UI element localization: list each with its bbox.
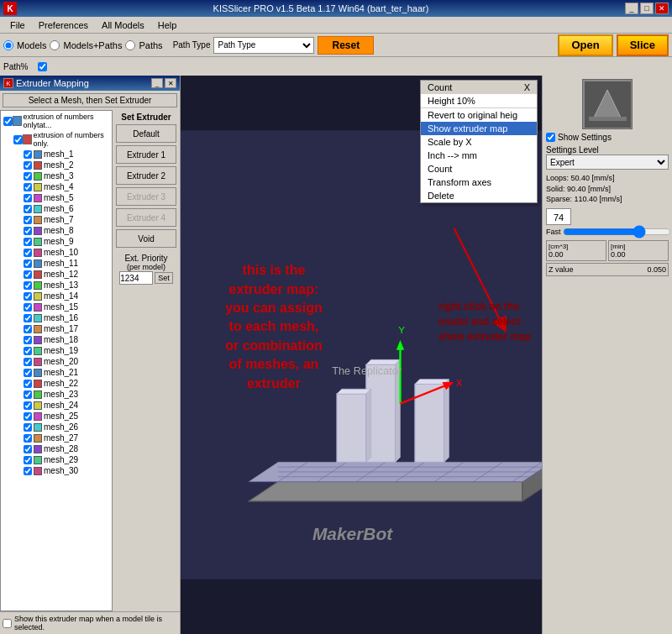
mesh-item-23[interactable]: mesh_23 — [22, 389, 111, 400]
mesh-check-19[interactable] — [24, 347, 32, 355]
select-mesh-button[interactable]: Select a Mesh, then Set Extruder — [3, 93, 177, 107]
mesh-check-4[interactable] — [24, 183, 32, 191]
ctx-inch-mm[interactable]: Inch --> mm — [421, 149, 537, 162]
mesh-item-13[interactable]: mesh_13 — [22, 280, 111, 291]
mesh-item-27[interactable]: mesh_27 — [22, 432, 111, 443]
show-ext-map-check[interactable] — [3, 619, 12, 628]
default-ext-btn[interactable]: Default — [116, 124, 176, 143]
maximize-button[interactable]: □ — [640, 3, 654, 14]
show-settings-check[interactable] — [546, 133, 555, 142]
mesh-check-25[interactable] — [24, 412, 32, 421]
menu-all-models[interactable]: All Models — [95, 18, 151, 32]
mesh-item-2[interactable]: mesh_2 — [22, 160, 111, 170]
settings-level-select[interactable]: Expert Normal — [546, 155, 669, 170]
mesh-item-17[interactable]: mesh_17 — [22, 323, 111, 334]
path-type-select[interactable]: Path Type — [213, 37, 314, 54]
models-radio[interactable] — [3, 40, 13, 50]
mesh-check-26[interactable] — [24, 423, 32, 432]
mesh-list[interactable]: extrusion of numbers onlytat... extrusio… — [0, 110, 113, 611]
mesh-check-12[interactable] — [24, 270, 32, 279]
speed-slider[interactable] — [563, 227, 671, 237]
priority-input[interactable] — [119, 271, 153, 285]
mesh-check-13[interactable] — [24, 281, 32, 290]
mesh-check-3[interactable] — [24, 172, 32, 181]
panel-close-btn[interactable]: ✕ — [165, 78, 176, 88]
menu-file[interactable]: File — [3, 18, 32, 32]
mesh-item-21[interactable]: mesh_21 — [22, 367, 111, 378]
ctx-show-extruder[interactable]: Show extruder map — [421, 122, 537, 135]
ctx-transform[interactable]: Transform axes — [421, 176, 537, 189]
mesh-item-5[interactable]: mesh_5 — [22, 192, 111, 203]
mesh-check-21[interactable] — [24, 369, 32, 377]
extruder2-btn[interactable]: Extruder 2 — [116, 166, 176, 185]
mesh-item-30[interactable]: mesh_30 — [22, 465, 111, 476]
ctx-revert[interactable]: Revert to original heig — [421, 108, 537, 122]
mesh-item-4[interactable]: mesh_4 — [22, 181, 111, 192]
mesh-check-16[interactable] — [24, 314, 32, 322]
mesh-item-11[interactable]: mesh_11 — [22, 258, 111, 269]
mesh-item-6[interactable]: mesh_6 — [22, 203, 111, 214]
mesh-check-28[interactable] — [24, 445, 32, 453]
mesh-check-11[interactable] — [24, 259, 32, 268]
mesh-item-24[interactable]: mesh_24 — [22, 400, 111, 411]
mesh-check-30[interactable] — [24, 467, 32, 475]
mesh-item-25[interactable]: mesh_25 — [22, 411, 111, 422]
mesh-check-10[interactable] — [24, 249, 32, 257]
models-paths-radio[interactable] — [50, 40, 60, 50]
close-label[interactable]: X — [524, 82, 530, 92]
mesh-check-20[interactable] — [24, 358, 32, 366]
mesh-check-9[interactable] — [24, 238, 32, 246]
open-button[interactable]: Open — [558, 34, 612, 56]
void-btn[interactable]: Void — [116, 229, 176, 248]
mesh-item-15[interactable]: mesh_15 — [22, 301, 111, 312]
mesh-item-22[interactable]: mesh_22 — [22, 378, 111, 389]
mesh-check-24[interactable] — [24, 401, 32, 410]
mesh-check-5[interactable] — [24, 194, 32, 202]
mesh-item-16[interactable]: mesh_16 — [22, 312, 111, 323]
paths-label[interactable]: Paths — [139, 40, 162, 50]
mesh-check-6[interactable] — [24, 205, 32, 213]
mesh-check-2[interactable] — [24, 161, 32, 170]
mesh-item-28[interactable]: mesh_28 — [22, 443, 111, 454]
models-paths-label[interactable]: Models+Paths — [63, 40, 122, 50]
extruder1-btn[interactable]: Extruder 1 — [116, 145, 176, 164]
mesh-item-9[interactable]: mesh_9 — [22, 236, 111, 247]
mesh-check-22[interactable] — [24, 380, 32, 388]
mesh-item-19[interactable]: mesh_19 — [22, 345, 111, 356]
paths-radio[interactable] — [125, 40, 135, 50]
mesh-check-23[interactable] — [24, 390, 32, 399]
mesh-check-8[interactable] — [24, 227, 32, 235]
ctx-delete[interactable]: Delete — [421, 189, 537, 202]
ctx-count[interactable]: Count — [421, 162, 537, 176]
context-height[interactable]: Height 10% — [421, 94, 537, 107]
mesh-item-14[interactable]: mesh_14 — [22, 291, 111, 301]
panel-minimize-btn[interactable]: _ — [151, 78, 163, 88]
mesh-item-26[interactable]: mesh_26 — [22, 422, 111, 432]
mesh-item-18[interactable]: mesh_18 — [22, 334, 111, 345]
mesh-check-17[interactable] — [24, 325, 32, 333]
close-button[interactable]: ✕ — [655, 3, 669, 14]
extruder3-btn[interactable]: Extruder 3 — [116, 187, 176, 206]
menu-preferences[interactable]: Preferences — [32, 18, 95, 32]
tree-root-2-check[interactable] — [13, 135, 23, 144]
models-label[interactable]: Models — [17, 40, 46, 50]
tree-root-1-check[interactable] — [3, 117, 13, 126]
mesh-check-1[interactable] — [24, 150, 32, 159]
priority-set-btn[interactable]: Set — [155, 272, 173, 284]
extruder4-btn[interactable]: Extruder 4 — [116, 208, 176, 227]
mesh-item-8[interactable]: mesh_8 — [22, 225, 111, 236]
mesh-check-7[interactable] — [24, 216, 32, 224]
mesh-item-12[interactable]: mesh_12 — [22, 269, 111, 280]
reset-button[interactable]: Reset — [318, 36, 374, 55]
mesh-item-7[interactable]: mesh_7 — [22, 214, 111, 225]
ctx-scale-x[interactable]: Scale by X — [421, 135, 537, 149]
mesh-check-18[interactable] — [24, 336, 32, 344]
mesh-item-10[interactable]: mesh_10 — [22, 247, 111, 258]
mesh-item-1[interactable]: mesh_1 — [22, 149, 111, 160]
menu-help[interactable]: Help — [151, 18, 184, 32]
mesh-check-15[interactable] — [24, 303, 32, 312]
mesh-check-27[interactable] — [24, 434, 32, 443]
pathpct-check[interactable] — [38, 62, 47, 71]
mesh-item-29[interactable]: mesh_29 — [22, 454, 111, 465]
mesh-item-20[interactable]: mesh_20 — [22, 356, 111, 367]
